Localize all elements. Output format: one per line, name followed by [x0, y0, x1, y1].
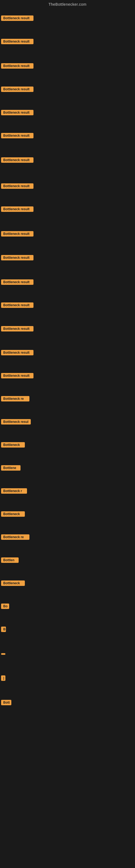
bottleneck-badge-7[interactable]: Bottleneck result [1, 157, 34, 163]
result-row-10: Bottleneck result [1, 231, 34, 238]
bottleneck-badge-1[interactable]: Bottleneck result [1, 16, 34, 21]
result-row-21: Bottleneck r [1, 488, 27, 495]
page-wrapper: TheBottlenecker.com Bottleneck resultBot… [0, 0, 135, 868]
result-row-7: Bottleneck result [1, 157, 34, 164]
bottleneck-badge-17[interactable]: Bottleneck re [1, 396, 30, 401]
result-row-1: Bottleneck result [1, 16, 34, 22]
bottleneck-badge-22[interactable]: Bottleneck [1, 511, 25, 517]
result-row-18: Bottleneck resul [1, 419, 31, 426]
bottleneck-badge-29[interactable]: | [1, 675, 5, 681]
bottleneck-badge-12[interactable]: Bottleneck result [1, 279, 34, 285]
bottleneck-badge-26[interactable]: Bo [1, 603, 9, 609]
result-row-27: B [1, 627, 6, 633]
bottleneck-badge-30[interactable]: Bott [1, 700, 11, 705]
result-row-30: Bott [1, 700, 11, 706]
result-row-2: Bottleneck result [1, 39, 34, 45]
result-row-3: Bottleneck result [1, 63, 34, 70]
bottleneck-badge-2[interactable]: Bottleneck result [1, 39, 34, 44]
result-row-23: Bottleneck re [1, 534, 30, 541]
result-row-19: Bottleneck [1, 442, 25, 448]
bottleneck-badge-8[interactable]: Bottleneck result [1, 183, 34, 189]
result-row-16: Bottleneck result [1, 373, 34, 379]
result-row-6: Bottleneck result [1, 133, 34, 140]
bottleneck-badge-13[interactable]: Bottleneck result [1, 303, 34, 308]
bottleneck-badge-28[interactable] [1, 653, 5, 655]
site-title: TheBottlenecker.com [0, 0, 135, 8]
result-row-22: Bottleneck [1, 511, 25, 518]
result-row-29: | [1, 675, 5, 682]
result-row-20: Bottlene [1, 465, 20, 472]
result-row-28 [1, 651, 5, 656]
bottleneck-badge-21[interactable]: Bottleneck r [1, 488, 27, 494]
result-row-8: Bottleneck result [1, 183, 34, 190]
bottleneck-badge-23[interactable]: Bottleneck re [1, 534, 30, 540]
result-row-26: Bo [1, 603, 9, 610]
bottleneck-badge-16[interactable]: Bottleneck result [1, 373, 34, 378]
bottleneck-badge-14[interactable]: Bottleneck result [1, 326, 34, 332]
bottleneck-badge-10[interactable]: Bottleneck result [1, 231, 34, 237]
result-row-9: Bottleneck result [1, 207, 34, 213]
bottleneck-badge-4[interactable]: Bottleneck result [1, 87, 34, 92]
bottleneck-badge-9[interactable]: Bottleneck result [1, 207, 34, 212]
bottleneck-badge-6[interactable]: Bottleneck result [1, 133, 34, 138]
result-row-12: Bottleneck result [1, 279, 34, 286]
result-row-17: Bottleneck re [1, 396, 30, 403]
result-row-25: Bottleneck [1, 581, 25, 587]
result-row-11: Bottleneck result [1, 255, 34, 261]
result-row-13: Bottleneck result [1, 303, 34, 309]
result-row-4: Bottleneck result [1, 87, 34, 93]
result-row-5: Bottleneck result [1, 110, 34, 116]
bottleneck-badge-11[interactable]: Bottleneck result [1, 255, 34, 260]
result-row-14: Bottleneck result [1, 326, 34, 333]
bottleneck-badge-18[interactable]: Bottleneck resul [1, 419, 31, 425]
bottleneck-badge-5[interactable]: Bottleneck result [1, 110, 34, 115]
bottleneck-badge-15[interactable]: Bottleneck result [1, 350, 34, 355]
result-row-15: Bottleneck result [1, 350, 34, 356]
bottleneck-badge-3[interactable]: Bottleneck result [1, 63, 34, 69]
bottleneck-badge-24[interactable]: Bottlen [1, 557, 18, 563]
bottleneck-badge-19[interactable]: Bottleneck [1, 442, 25, 447]
bottleneck-badge-25[interactable]: Bottleneck [1, 581, 25, 586]
bottleneck-badge-27[interactable]: B [1, 627, 6, 632]
bottleneck-badge-20[interactable]: Bottlene [1, 465, 20, 471]
result-row-24: Bottlen [1, 557, 18, 564]
